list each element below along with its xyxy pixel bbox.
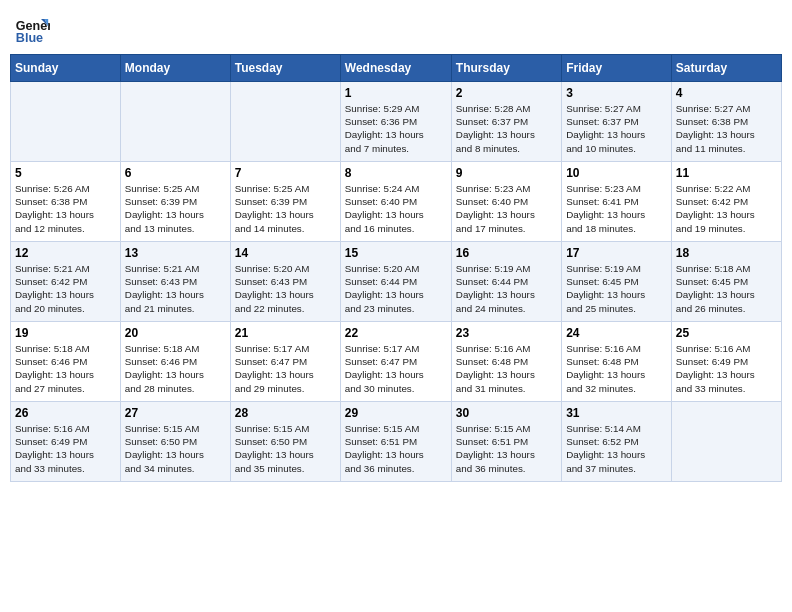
page-header: General Blue	[10, 10, 782, 46]
svg-text:Blue: Blue	[16, 31, 43, 45]
calendar-cell: 21Sunrise: 5:17 AM Sunset: 6:47 PM Dayli…	[230, 322, 340, 402]
day-content: Sunrise: 5:25 AM Sunset: 6:39 PM Dayligh…	[125, 182, 226, 235]
calendar-cell: 4Sunrise: 5:27 AM Sunset: 6:38 PM Daylig…	[671, 82, 781, 162]
day-content: Sunrise: 5:29 AM Sunset: 6:36 PM Dayligh…	[345, 102, 447, 155]
day-content: Sunrise: 5:15 AM Sunset: 6:50 PM Dayligh…	[235, 422, 336, 475]
day-number: 13	[125, 246, 226, 260]
day-number: 6	[125, 166, 226, 180]
calendar-cell: 19Sunrise: 5:18 AM Sunset: 6:46 PM Dayli…	[11, 322, 121, 402]
day-number: 5	[15, 166, 116, 180]
day-header-monday: Monday	[120, 55, 230, 82]
week-row-1: 1Sunrise: 5:29 AM Sunset: 6:36 PM Daylig…	[11, 82, 782, 162]
calendar-cell: 17Sunrise: 5:19 AM Sunset: 6:45 PM Dayli…	[562, 242, 672, 322]
day-content: Sunrise: 5:17 AM Sunset: 6:47 PM Dayligh…	[235, 342, 336, 395]
day-number: 3	[566, 86, 667, 100]
calendar-cell: 9Sunrise: 5:23 AM Sunset: 6:40 PM Daylig…	[451, 162, 561, 242]
day-number: 16	[456, 246, 557, 260]
calendar-cell: 11Sunrise: 5:22 AM Sunset: 6:42 PM Dayli…	[671, 162, 781, 242]
day-content: Sunrise: 5:23 AM Sunset: 6:40 PM Dayligh…	[456, 182, 557, 235]
day-number: 4	[676, 86, 777, 100]
day-number: 10	[566, 166, 667, 180]
day-content: Sunrise: 5:28 AM Sunset: 6:37 PM Dayligh…	[456, 102, 557, 155]
calendar-cell: 22Sunrise: 5:17 AM Sunset: 6:47 PM Dayli…	[340, 322, 451, 402]
calendar-cell: 25Sunrise: 5:16 AM Sunset: 6:49 PM Dayli…	[671, 322, 781, 402]
day-number: 23	[456, 326, 557, 340]
logo: General Blue	[14, 10, 54, 46]
day-content: Sunrise: 5:21 AM Sunset: 6:43 PM Dayligh…	[125, 262, 226, 315]
calendar-cell: 2Sunrise: 5:28 AM Sunset: 6:37 PM Daylig…	[451, 82, 561, 162]
day-content: Sunrise: 5:21 AM Sunset: 6:42 PM Dayligh…	[15, 262, 116, 315]
calendar-cell	[671, 402, 781, 482]
day-content: Sunrise: 5:23 AM Sunset: 6:41 PM Dayligh…	[566, 182, 667, 235]
day-number: 8	[345, 166, 447, 180]
day-number: 11	[676, 166, 777, 180]
day-content: Sunrise: 5:22 AM Sunset: 6:42 PM Dayligh…	[676, 182, 777, 235]
calendar-cell: 8Sunrise: 5:24 AM Sunset: 6:40 PM Daylig…	[340, 162, 451, 242]
calendar-cell: 13Sunrise: 5:21 AM Sunset: 6:43 PM Dayli…	[120, 242, 230, 322]
week-row-4: 19Sunrise: 5:18 AM Sunset: 6:46 PM Dayli…	[11, 322, 782, 402]
day-content: Sunrise: 5:14 AM Sunset: 6:52 PM Dayligh…	[566, 422, 667, 475]
day-header-wednesday: Wednesday	[340, 55, 451, 82]
day-number: 28	[235, 406, 336, 420]
calendar-cell: 10Sunrise: 5:23 AM Sunset: 6:41 PM Dayli…	[562, 162, 672, 242]
day-content: Sunrise: 5:27 AM Sunset: 6:38 PM Dayligh…	[676, 102, 777, 155]
calendar-header-row: SundayMondayTuesdayWednesdayThursdayFrid…	[11, 55, 782, 82]
day-number: 24	[566, 326, 667, 340]
day-content: Sunrise: 5:25 AM Sunset: 6:39 PM Dayligh…	[235, 182, 336, 235]
logo-icon: General Blue	[14, 10, 50, 46]
calendar-cell: 29Sunrise: 5:15 AM Sunset: 6:51 PM Dayli…	[340, 402, 451, 482]
week-row-3: 12Sunrise: 5:21 AM Sunset: 6:42 PM Dayli…	[11, 242, 782, 322]
day-content: Sunrise: 5:18 AM Sunset: 6:46 PM Dayligh…	[15, 342, 116, 395]
day-content: Sunrise: 5:19 AM Sunset: 6:44 PM Dayligh…	[456, 262, 557, 315]
calendar-cell: 16Sunrise: 5:19 AM Sunset: 6:44 PM Dayli…	[451, 242, 561, 322]
day-header-saturday: Saturday	[671, 55, 781, 82]
day-content: Sunrise: 5:15 AM Sunset: 6:50 PM Dayligh…	[125, 422, 226, 475]
day-header-friday: Friday	[562, 55, 672, 82]
calendar-cell: 30Sunrise: 5:15 AM Sunset: 6:51 PM Dayli…	[451, 402, 561, 482]
calendar-cell: 18Sunrise: 5:18 AM Sunset: 6:45 PM Dayli…	[671, 242, 781, 322]
calendar-cell: 7Sunrise: 5:25 AM Sunset: 6:39 PM Daylig…	[230, 162, 340, 242]
calendar-cell	[11, 82, 121, 162]
day-content: Sunrise: 5:24 AM Sunset: 6:40 PM Dayligh…	[345, 182, 447, 235]
day-number: 20	[125, 326, 226, 340]
day-content: Sunrise: 5:16 AM Sunset: 6:49 PM Dayligh…	[15, 422, 116, 475]
day-content: Sunrise: 5:16 AM Sunset: 6:49 PM Dayligh…	[676, 342, 777, 395]
calendar-cell: 5Sunrise: 5:26 AM Sunset: 6:38 PM Daylig…	[11, 162, 121, 242]
day-number: 27	[125, 406, 226, 420]
day-number: 12	[15, 246, 116, 260]
day-content: Sunrise: 5:18 AM Sunset: 6:46 PM Dayligh…	[125, 342, 226, 395]
calendar-cell: 15Sunrise: 5:20 AM Sunset: 6:44 PM Dayli…	[340, 242, 451, 322]
day-header-thursday: Thursday	[451, 55, 561, 82]
calendar-cell	[230, 82, 340, 162]
day-number: 21	[235, 326, 336, 340]
day-content: Sunrise: 5:17 AM Sunset: 6:47 PM Dayligh…	[345, 342, 447, 395]
day-content: Sunrise: 5:27 AM Sunset: 6:37 PM Dayligh…	[566, 102, 667, 155]
day-content: Sunrise: 5:15 AM Sunset: 6:51 PM Dayligh…	[456, 422, 557, 475]
day-number: 25	[676, 326, 777, 340]
day-number: 30	[456, 406, 557, 420]
day-number: 14	[235, 246, 336, 260]
day-content: Sunrise: 5:15 AM Sunset: 6:51 PM Dayligh…	[345, 422, 447, 475]
day-content: Sunrise: 5:26 AM Sunset: 6:38 PM Dayligh…	[15, 182, 116, 235]
day-content: Sunrise: 5:16 AM Sunset: 6:48 PM Dayligh…	[456, 342, 557, 395]
day-number: 31	[566, 406, 667, 420]
week-row-2: 5Sunrise: 5:26 AM Sunset: 6:38 PM Daylig…	[11, 162, 782, 242]
day-number: 17	[566, 246, 667, 260]
calendar-cell: 27Sunrise: 5:15 AM Sunset: 6:50 PM Dayli…	[120, 402, 230, 482]
day-content: Sunrise: 5:18 AM Sunset: 6:45 PM Dayligh…	[676, 262, 777, 315]
day-number: 7	[235, 166, 336, 180]
day-content: Sunrise: 5:16 AM Sunset: 6:48 PM Dayligh…	[566, 342, 667, 395]
day-content: Sunrise: 5:19 AM Sunset: 6:45 PM Dayligh…	[566, 262, 667, 315]
day-content: Sunrise: 5:20 AM Sunset: 6:43 PM Dayligh…	[235, 262, 336, 315]
calendar-cell: 1Sunrise: 5:29 AM Sunset: 6:36 PM Daylig…	[340, 82, 451, 162]
day-number: 2	[456, 86, 557, 100]
day-content: Sunrise: 5:20 AM Sunset: 6:44 PM Dayligh…	[345, 262, 447, 315]
day-number: 18	[676, 246, 777, 260]
day-header-sunday: Sunday	[11, 55, 121, 82]
day-number: 15	[345, 246, 447, 260]
calendar-cell: 24Sunrise: 5:16 AM Sunset: 6:48 PM Dayli…	[562, 322, 672, 402]
calendar-cell: 28Sunrise: 5:15 AM Sunset: 6:50 PM Dayli…	[230, 402, 340, 482]
calendar-cell: 12Sunrise: 5:21 AM Sunset: 6:42 PM Dayli…	[11, 242, 121, 322]
calendar-cell: 23Sunrise: 5:16 AM Sunset: 6:48 PM Dayli…	[451, 322, 561, 402]
day-number: 22	[345, 326, 447, 340]
